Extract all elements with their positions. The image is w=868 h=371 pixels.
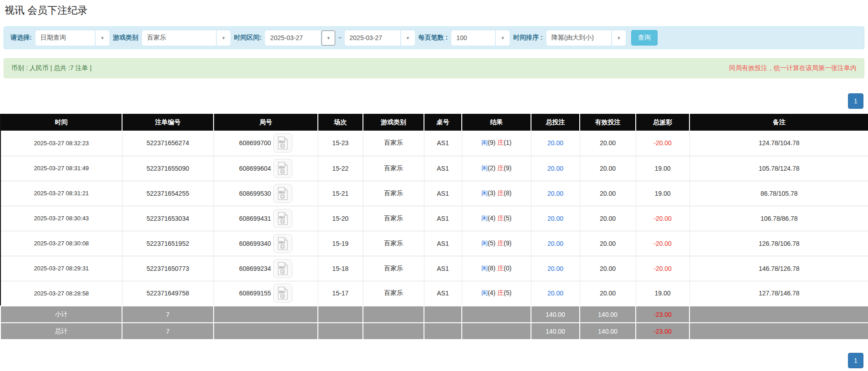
note: 126.78/106.78 [689,231,868,256]
game-type: 百家乐 [363,281,424,306]
bet-number: 522371651952 [122,231,214,256]
note: 106.78/86.78 [689,206,868,231]
currency-total-text: 币别 : 人民币 | 总共 :7 注单 | [11,64,92,72]
column-header: 局号 [214,114,318,131]
summary-count: 7 [122,306,214,323]
total-bet-link[interactable]: 20.00 [531,131,580,156]
query-type-select[interactable]: 日期查询 ▾ [36,30,109,46]
total-bet-link[interactable]: 20.00 [531,256,580,281]
payout: 19.00 [636,156,689,181]
chevron-down-icon[interactable]: ▾ [496,30,510,46]
column-header: 时间 [0,114,122,131]
game-type: 百家乐 [363,181,424,206]
result-cell: 闲(3)庄(8) [462,181,531,206]
table-number: AS1 [424,156,462,181]
chevron-down-icon[interactable]: ▾ [322,30,335,46]
column-header: 场次 [318,114,363,131]
table-number: AS1 [424,181,462,206]
game-type: 百家乐 [363,131,424,156]
video-replay-button[interactable] [273,284,292,303]
session-number: 15-18 [318,256,363,281]
column-header: 游戏类别 [363,114,424,131]
table-number: AS1 [424,206,462,231]
video-file-icon [277,162,289,175]
video-file-icon [277,262,289,275]
filter-bar: 请选择: 日期查询 ▾ 游戏类别 百家乐 ▾ 时间区间: 2025-03-27 … [4,26,864,49]
video-replay-button[interactable] [273,259,292,278]
result-cell: 闲(8)庄(0) [462,256,531,281]
bet-time: 2025-03-27 08:32:23 [0,131,122,156]
valid-bet: 20.00 [580,131,636,156]
note: 127.78/146.78 [689,281,868,306]
video-file-icon [277,136,289,150]
total-bet-link[interactable]: 20.00 [531,206,580,231]
video-file-icon [277,187,289,200]
chevron-down-icon[interactable]: ▾ [401,30,415,46]
valid-bet: 20.00 [580,156,636,181]
video-replay-button[interactable] [273,133,292,152]
per-page-select[interactable]: 100 ▾ [451,30,510,46]
video-replay-button[interactable] [273,209,292,228]
table-row: 2025-03-27 08:28:58 522371649758 6086991… [0,281,868,306]
summary-payout: -23.00 [636,323,689,340]
page-1-button[interactable]: 1 [848,353,863,368]
date-to-select[interactable]: 2025-03-27 ▾ [345,30,415,46]
game-type: 百家乐 [363,156,424,181]
video-file-icon [277,237,289,250]
total-bet-link[interactable]: 20.00 [531,281,580,306]
bet-number: 522371655090 [122,156,214,181]
note: 86.78/105.78 [689,181,868,206]
date-from-select[interactable]: 2025-03-27 ▾ [265,30,335,46]
header-row: 时间注单编号局号场次游戏类别桌号结果总投注有效投注总派彩备注 [0,114,868,131]
chevron-down-icon[interactable]: ▾ [612,30,626,46]
time-sort-value: 降冪(由大到小) [546,30,611,46]
valid-bet: 20.00 [580,231,636,256]
search-button[interactable]: 查询 [631,30,658,46]
result-player: 闲(8) [481,264,495,272]
valid-bet: 20.00 [580,181,636,206]
total-bet-link[interactable]: 20.00 [531,181,580,206]
bet-number: 522371656274 [122,131,214,156]
result-cell: 闲(4)庄(5) [462,281,531,306]
total-bet-link[interactable]: 20.00 [531,231,580,256]
round-number: 608699530 [239,190,271,197]
game-type-value: 百家乐 [142,30,216,46]
table-row: 2025-03-27 08:31:49 522371655090 6086996… [0,156,868,181]
bet-records-table: 时间注单编号局号场次游戏类别桌号结果总投注有效投注总派彩备注 2025-03-2… [0,114,868,340]
table-row: 2025-03-27 08:29:31 522371650773 6086992… [0,256,868,281]
round-number: 608699234 [239,265,271,272]
game-type-select[interactable]: 百家乐 ▾ [142,30,230,46]
table-number: AS1 [424,131,462,156]
time-range-label: 时间区间: [234,34,262,42]
result-cell: 闲(2)庄(9) [462,156,531,181]
valid-bet-notice: 同局有效投注，统一计算在该局第一张注单内 [729,64,857,72]
video-replay-button[interactable] [273,159,292,178]
video-replay-button[interactable] [273,184,292,203]
table-body: 2025-03-27 08:32:23 522371656274 6086997… [0,131,868,306]
video-replay-button[interactable] [273,234,292,253]
page-1-button[interactable]: 1 [848,93,863,109]
result-player: 闲(5) [481,239,495,247]
chevron-down-icon[interactable]: ▾ [217,30,230,46]
table-row: 2025-03-27 08:31:21 522371654255 6086995… [0,181,868,206]
round-cell: 608699604 [214,156,318,181]
pagination-top: 1 [0,93,868,109]
result-banker: 庄(9) [497,164,511,172]
game-type: 百家乐 [363,231,424,256]
round-cell: 608699340 [214,231,318,256]
summary-total-bet: 140.00 [531,323,580,340]
session-number: 15-20 [318,206,363,231]
column-header: 结果 [462,114,531,131]
summary-payout: -23.00 [636,306,689,323]
payout: -20.00 [636,231,689,256]
result-player: 闲(4) [481,214,495,222]
result-player: 闲(4) [481,289,495,296]
result-banker: 庄(5) [497,214,511,222]
query-type-value: 日期查询 [36,30,95,46]
page-title: 视讯 会员下注纪录 [5,4,868,17]
total-bet-link[interactable]: 20.00 [531,156,580,181]
table-row: 2025-03-27 08:30:43 522371653034 6086994… [0,206,868,231]
time-sort-select[interactable]: 降冪(由大到小) ▾ [546,30,626,46]
per-page-label: 每页笔数 : [419,34,448,42]
chevron-down-icon[interactable]: ▾ [96,30,109,46]
